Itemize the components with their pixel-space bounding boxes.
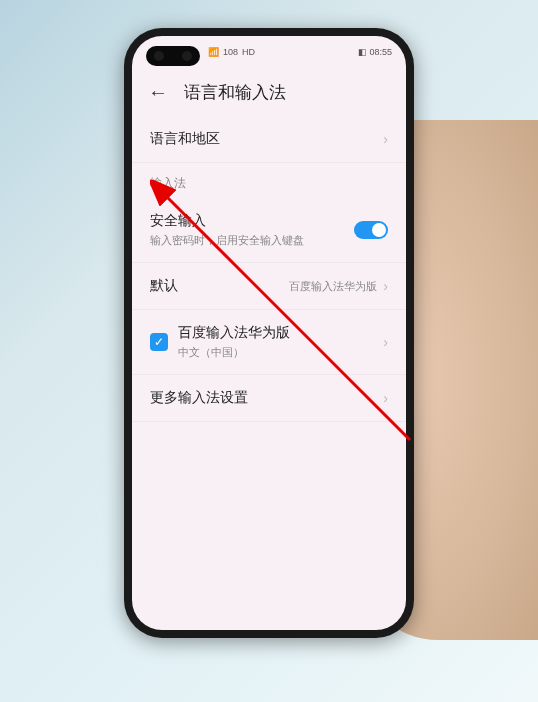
row-more-settings[interactable]: 更多输入法设置 › bbox=[132, 375, 406, 422]
row-description: 输入密码时，启用安全输入键盘 bbox=[150, 233, 304, 248]
page-header: ← 语言和输入法 bbox=[132, 68, 406, 116]
row-label: 百度输入法华为版 bbox=[178, 324, 290, 342]
row-label: 安全输入 bbox=[150, 212, 304, 230]
row-language-region[interactable]: 语言和地区 › bbox=[132, 116, 406, 163]
phone-screen: 📶 108 HD ◧ 08:55 ← 语言和输入法 语言和地区 › 输入法 安全… bbox=[132, 36, 406, 630]
row-label: 默认 bbox=[150, 277, 178, 295]
chevron-right-icon: › bbox=[383, 390, 388, 406]
battery-time: ◧ 08:55 bbox=[358, 47, 392, 57]
page-title: 语言和输入法 bbox=[184, 81, 286, 104]
row-label: 语言和地区 bbox=[150, 130, 220, 148]
row-description: 中文（中国） bbox=[178, 345, 290, 360]
camera-cutout bbox=[146, 46, 200, 66]
checkbox-checked-icon[interactable]: ✓ bbox=[150, 333, 168, 351]
signal-icon: 📶 bbox=[208, 47, 219, 57]
chevron-right-icon: › bbox=[383, 278, 388, 294]
section-input-method: 输入法 bbox=[132, 163, 406, 198]
row-secure-input[interactable]: 安全输入 输入密码时，启用安全输入键盘 bbox=[132, 198, 406, 263]
toggle-secure-input[interactable] bbox=[354, 221, 388, 239]
row-value: 百度输入法华为版 bbox=[289, 279, 377, 294]
chevron-right-icon: › bbox=[383, 131, 388, 147]
phone-frame: 📶 108 HD ◧ 08:55 ← 语言和输入法 语言和地区 › 输入法 安全… bbox=[124, 28, 414, 638]
row-label: 更多输入法设置 bbox=[150, 389, 248, 407]
network-speed: 108 bbox=[223, 47, 238, 57]
back-arrow-icon[interactable]: ← bbox=[148, 81, 168, 104]
row-default-ime[interactable]: 默认 百度输入法华为版 › bbox=[132, 263, 406, 310]
chevron-right-icon: › bbox=[383, 334, 388, 350]
hd-icon: HD bbox=[242, 47, 255, 57]
row-baidu-ime[interactable]: ✓ 百度输入法华为版 中文（中国） › bbox=[132, 310, 406, 375]
